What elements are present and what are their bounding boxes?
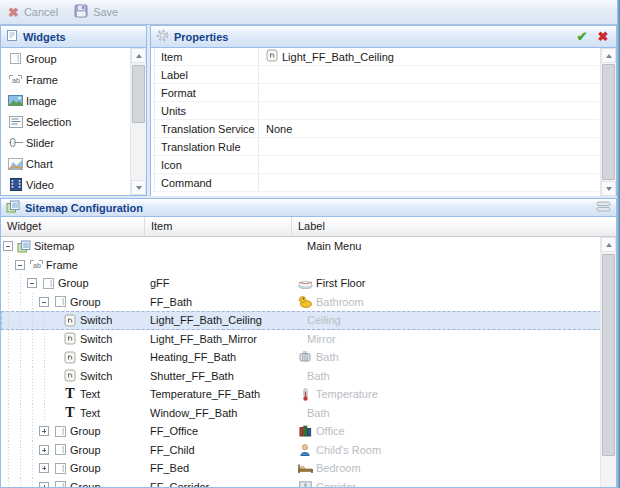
expand-expander-icon[interactable] [39,445,49,455]
property-label: Command [154,174,259,191]
cancel-button[interactable]: ✖ Cancel [8,6,58,19]
tree-widget-cell: Group [1,422,145,441]
table-row[interactable]: Group FF_Bath Bathroom [1,293,616,312]
corridor-icon [297,481,313,487]
widget-type-label: Text [80,388,100,400]
column-header-item[interactable]: Item [145,217,292,236]
label-text: Mirror [307,333,336,345]
table-row-selected[interactable]: Switch Light_FF_Bath_Ceiling Ceiling [1,311,616,330]
scroll-down-button[interactable] [131,180,146,195]
collapse-expander-icon[interactable] [27,278,37,288]
scroll-up-button[interactable] [131,48,146,63]
sitemap-node-icon [16,240,32,253]
widget-type-label: Group [70,462,101,474]
table-row[interactable]: Group FF_Office Office [1,422,616,441]
table-row[interactable]: Group FF_Corridor Corridor [1,478,616,488]
widget-item-label: Chart [26,158,53,170]
label-cell: Main Menu [292,237,599,256]
table-row[interactable]: T Text Window_FF_Bath Bath [1,404,616,423]
widget-palette-item-video[interactable]: Video [1,174,146,195]
tree-widget-cell: T Text [1,404,145,423]
tree-widget-cell: T Text [1,385,145,404]
widgets-scrollbar[interactable] [130,48,146,195]
widget-palette-item-selection[interactable]: Selection [1,111,146,132]
property-value-translation-rule[interactable] [259,138,599,155]
properties-scrollbar[interactable] [600,48,616,196]
widget-palette-item-slider[interactable]: Slider [1,132,146,153]
scroll-down-button[interactable] [601,181,616,196]
group-icon [5,52,26,65]
collapse-expander-icon[interactable] [3,241,13,251]
property-value-label[interactable] [259,66,599,83]
property-row: Translation Service None [151,120,599,138]
widget-palette-item-image[interactable]: Image [1,90,146,111]
video-icon [5,178,26,191]
property-value-command[interactable] [259,174,599,191]
gear-icon [156,29,169,44]
label-cell: Corridor [292,478,599,488]
collapse-all-icon[interactable] [596,200,611,215]
widget-palette-item-frame[interactable]: ab Frame [1,69,146,90]
save-button-label: Save [93,6,118,18]
expand-expander-icon[interactable] [39,426,49,436]
expand-expander-icon[interactable] [39,482,49,487]
properties-grid: Item Light_FF_Bath_Ceiling Label Format … [151,48,616,196]
table-row[interactable]: Switch Shutter_FF_Bath Bath [1,367,616,386]
widget-item-label: Slider [26,137,54,149]
sitemap-configuration-panel: Sitemap Configuration Widget Item Label … [0,198,617,488]
group-icon [52,425,68,438]
table-row[interactable]: T Text Temperature_FF_Bath Temperature [1,385,616,404]
widget-palette-item-group[interactable]: Group [1,48,146,69]
sitemap-scrollbar[interactable] [600,237,616,487]
table-row[interactable]: Switch Light_FF_Bath_Mirror Mirror [1,330,616,349]
property-value-units[interactable] [259,102,599,119]
property-label: Format [154,84,259,101]
text-icon: T [62,387,78,401]
property-value-format[interactable] [259,84,599,101]
collapse-expander-icon[interactable] [15,260,25,270]
column-header-label[interactable]: Label [292,217,616,236]
widgets-panel: Widgets Group ab Frame Image Selection S… [0,25,147,196]
label-text: Corridor [316,481,356,487]
property-row: Item Light_FF_Bath_Ceiling [151,48,599,66]
property-label: Label [154,66,259,83]
label-text: Bath [307,370,330,382]
table-row[interactable]: Group gFF First Floor [1,274,616,293]
collapse-expander-icon[interactable] [39,297,49,307]
save-button[interactable]: Save [74,4,118,20]
widget-palette-item-chart[interactable]: Chart [1,153,146,174]
group-icon [52,295,68,308]
frame-icon: ab [28,259,44,271]
sitemap-pages-icon [6,200,20,215]
widget-type-label: Text [80,407,100,419]
tree-widget-cell: Sitemap [1,237,145,256]
first-floor-icon [297,277,313,289]
property-value-item[interactable]: Light_FF_Bath_Ceiling [259,48,599,65]
widget-type-label: Switch [80,333,112,345]
item-name: FF_Office [145,422,292,441]
property-value-icon[interactable] [259,156,599,173]
table-row[interactable]: Group FF_Bed Bedroom [1,459,616,478]
cancel-x-icon[interactable]: ✖ [595,30,611,43]
scroll-up-button[interactable] [601,237,616,252]
property-value-translation-service[interactable]: None [259,120,599,137]
table-row[interactable]: Sitemap Main Menu [1,237,616,256]
label-text: Office [316,425,345,437]
table-row[interactable]: ab Frame [1,256,616,275]
column-header-widget[interactable]: Widget [1,217,145,236]
group-icon [40,277,56,290]
table-row[interactable]: Group FF_Child Child's Room [1,441,616,460]
scroll-thumb[interactable] [602,64,615,180]
toolbar: ✖ Cancel Save [0,0,617,25]
scroll-up-button[interactable] [601,48,616,63]
scroll-thumb[interactable] [602,254,615,456]
widget-type-label: Group [58,277,89,289]
accept-check-icon[interactable]: ✔ [574,30,590,43]
label-cell: Ceiling [292,311,599,330]
sitemap-panel-title: Sitemap Configuration [25,202,143,214]
table-row[interactable]: Switch Heating_FF_Bath Bath [1,348,616,367]
expand-expander-icon[interactable] [39,463,49,473]
property-row: Label [151,66,599,84]
scroll-thumb[interactable] [132,65,145,123]
properties-panel: Properties ✔ ✖ Item Light_FF_Bath_Ceilin… [150,25,617,196]
